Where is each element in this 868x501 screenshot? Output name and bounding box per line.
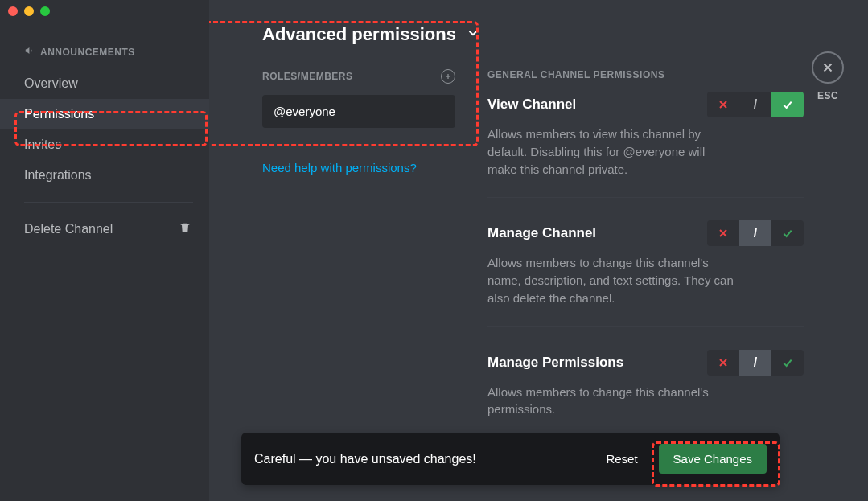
reset-label: Reset <box>606 452 637 466</box>
permissions-column: GENERAL CHANNEL PERMISSIONS View Channel… <box>487 69 804 441</box>
perm-view-channel: View Channel / Allows members to view th… <box>487 92 804 198</box>
role-chip-everyone[interactable]: @everyone <box>262 95 455 128</box>
sidebar-header-label: ANNOUNCEMENTS <box>40 47 135 58</box>
save-changes-button[interactable]: Save Changes <box>659 444 767 474</box>
perm-row: Manage Channel / <box>487 220 804 246</box>
sidebar-item-integrations[interactable]: Integrations <box>0 160 209 191</box>
perm-divider <box>487 197 804 198</box>
perm-manage-permissions: Manage Permissions / Allows members to c… <box>487 350 804 419</box>
maximize-window-dot[interactable] <box>40 6 50 16</box>
perm-title: Manage Permissions <box>487 355 623 371</box>
perm-toggle-manage-permissions[interactable]: / <box>707 350 804 376</box>
perm-divider <box>487 326 804 327</box>
perm-desc: Allows members to change this channel's … <box>487 384 737 419</box>
roles-label-text: ROLES/MEMBERS <box>262 71 353 82</box>
sidebar-item-label: Overview <box>24 76 78 90</box>
toggle-deny[interactable] <box>707 220 739 246</box>
megaphone-icon <box>24 45 35 59</box>
sidebar: ANNOUNCEMENTS Overview Permissions Invit… <box>0 0 209 501</box>
minimize-window-dot[interactable] <box>24 6 34 16</box>
sidebar-item-label: Integrations <box>24 168 92 182</box>
perm-row: Manage Permissions / <box>487 350 804 376</box>
toggle-neutral[interactable]: / <box>739 350 771 376</box>
toggle-allow[interactable] <box>771 350 804 376</box>
add-role-button[interactable] <box>441 69 455 84</box>
toggle-neutral[interactable]: / <box>739 92 771 117</box>
sidebar-item-overview[interactable]: Overview <box>0 68 209 99</box>
permissions-label-text: GENERAL CHANNEL PERMISSIONS <box>487 69 664 80</box>
perm-row: View Channel / <box>487 92 804 117</box>
trash-icon <box>179 221 191 237</box>
sidebar-divider <box>24 202 193 203</box>
help-link[interactable]: Need help with permissions? <box>262 161 455 175</box>
perm-desc: Allows members to view this channel by d… <box>487 125 737 178</box>
help-link-text: Need help with permissions? <box>262 161 417 175</box>
sidebar-item-label: Permissions <box>24 107 94 121</box>
role-chip-label: @everyone <box>274 105 335 118</box>
page-title-row: Advanced permissions <box>262 24 804 45</box>
reset-button[interactable]: Reset <box>599 447 644 470</box>
perm-toggle-view-channel[interactable]: / <box>707 92 804 117</box>
sidebar-item-permissions[interactable]: Permissions <box>0 99 209 129</box>
sidebar-item-label: Invites <box>24 138 61 151</box>
sidebar-header: ANNOUNCEMENTS <box>0 45 209 68</box>
esc-label: ESC <box>817 90 838 101</box>
sidebar-item-delete-channel[interactable]: Delete Channel <box>0 214 209 244</box>
toggle-deny[interactable] <box>707 92 739 117</box>
toggle-neutral[interactable]: / <box>739 220 771 246</box>
perm-manage-channel: Manage Channel / Allows members to chang… <box>487 220 804 326</box>
perm-toggle-manage-channel[interactable]: / <box>707 220 804 246</box>
close-esc: ESC <box>812 51 844 101</box>
close-window-dot[interactable] <box>8 6 18 16</box>
toggle-allow[interactable] <box>771 92 804 117</box>
unsaved-message: Careful — you have unsaved changes! <box>254 452 585 466</box>
page-title: Advanced permissions <box>262 24 456 45</box>
roles-column: ROLES/MEMBERS @everyone Need help with p… <box>262 69 455 441</box>
chevron-down-icon[interactable] <box>466 26 480 43</box>
sidebar-item-invites[interactable]: Invites <box>0 129 209 160</box>
roles-divider <box>262 146 455 146</box>
perm-title: Manage Channel <box>487 225 596 241</box>
window-traffic-lights[interactable] <box>8 6 50 16</box>
perm-title: View Channel <box>487 97 576 113</box>
toggle-deny[interactable] <box>707 350 739 376</box>
permissions-section-label: GENERAL CHANNEL PERMISSIONS <box>487 69 804 80</box>
app-root: ANNOUNCEMENTS Overview Permissions Invit… <box>0 0 868 501</box>
columns: ROLES/MEMBERS @everyone Need help with p… <box>262 69 804 441</box>
save-label: Save Changes <box>673 452 752 466</box>
perm-desc: Allows members to change this channel's … <box>487 254 737 306</box>
main-content: Advanced permissions ROLES/MEMBERS @ever… <box>209 0 868 501</box>
unsaved-changes-bar: Careful — you have unsaved changes! Rese… <box>241 433 780 485</box>
close-button[interactable] <box>812 51 844 84</box>
roles-section-label: ROLES/MEMBERS <box>262 69 455 84</box>
sidebar-item-label: Delete Channel <box>24 222 113 236</box>
toggle-allow[interactable] <box>771 220 804 246</box>
